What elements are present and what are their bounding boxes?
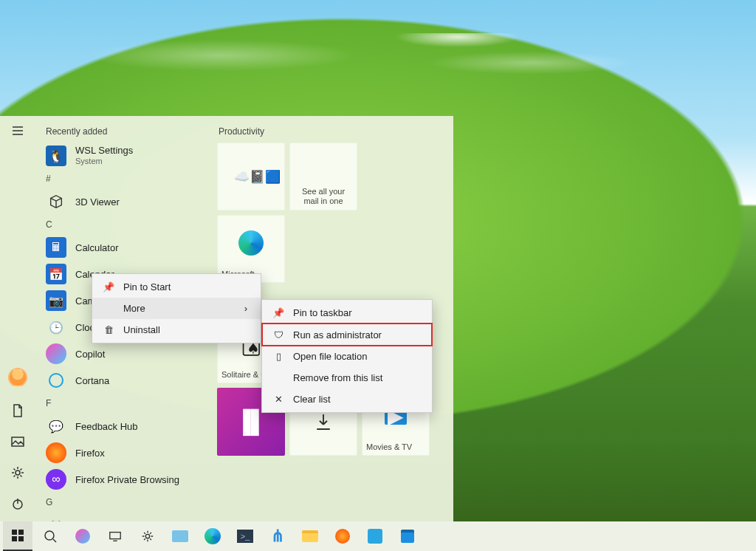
taskbar-copilot[interactable] xyxy=(68,521,97,551)
tile-mail[interactable]: See all your mail in one xyxy=(289,143,357,211)
ctx-remove-from-list[interactable]: Remove from this list xyxy=(262,367,432,389)
app-label: Firefox Private Browsing xyxy=(75,474,179,485)
taskbar-settings[interactable] xyxy=(133,521,162,551)
chevron-right-icon: › xyxy=(244,303,247,314)
power-icon[interactable] xyxy=(10,496,25,511)
letter-header-f[interactable]: F xyxy=(40,394,208,413)
app-copilot[interactable]: Copilot xyxy=(40,340,208,367)
app-3d-viewer[interactable]: 3D Viewer xyxy=(40,188,208,215)
ctx-more[interactable]: More › xyxy=(92,298,261,319)
taskbar-task-view[interactable] xyxy=(100,521,130,551)
tile-label: Movies & TV xyxy=(366,439,425,451)
tile-office-apps[interactable]: ☁️📓🟦 xyxy=(217,143,285,211)
app-cortana[interactable]: Cortana xyxy=(40,367,208,394)
svg-rect-5 xyxy=(12,536,17,541)
app-firefox-private[interactable]: ∞ Firefox Private Browsing xyxy=(40,466,208,493)
svg-rect-8 xyxy=(110,533,120,539)
trash-icon: 🗑 xyxy=(103,324,114,335)
folder-icon: ▯ xyxy=(272,351,284,362)
letter-header-hash[interactable]: # xyxy=(40,169,208,188)
app-sublabel: System xyxy=(75,157,133,166)
shield-icon: 🛡 xyxy=(272,329,284,340)
search-button[interactable] xyxy=(35,521,65,551)
taskbar-photos[interactable] xyxy=(360,521,390,551)
ctx-open-file-location[interactable]: ▯ Open file location xyxy=(262,346,432,367)
svg-rect-4 xyxy=(18,530,24,535)
svg-rect-0 xyxy=(12,437,24,446)
start-rail xyxy=(0,116,35,521)
svg-point-9 xyxy=(145,534,149,538)
svg-point-1 xyxy=(16,470,20,475)
app-game-bar[interactable]: 🎮 Game Bar xyxy=(40,512,208,521)
app-label: Copilot xyxy=(75,349,105,360)
svg-point-7 xyxy=(45,531,54,540)
pictures-icon[interactable] xyxy=(10,434,25,449)
documents-icon[interactable] xyxy=(10,403,25,418)
group-productivity[interactable]: Productivity xyxy=(217,123,443,143)
app-label: WSL Settings xyxy=(75,146,133,157)
close-icon: ✕ xyxy=(272,394,284,405)
app-label: 3D Viewer xyxy=(75,196,120,208)
taskbar: >_ ⋔ xyxy=(0,521,756,551)
svg-rect-6 xyxy=(18,536,24,541)
letter-header-c[interactable]: C xyxy=(40,215,208,234)
app-feedback-hub[interactable]: 💬 Feedback Hub xyxy=(40,413,208,439)
app-label: Feedback Hub xyxy=(75,421,138,432)
letter-header-g[interactable]: G xyxy=(40,493,208,512)
taskbar-edge[interactable] xyxy=(198,521,227,551)
taskbar-firefox[interactable] xyxy=(328,521,357,551)
ctx-pin-to-start[interactable]: 📌 Pin to Start xyxy=(92,276,261,298)
taskbar-vscode[interactable]: ⋔ xyxy=(263,521,292,551)
taskbar-terminal[interactable]: >_ xyxy=(230,521,260,551)
ctx-run-as-admin[interactable]: 🛡 Run as administrator xyxy=(262,324,432,346)
settings-gear-icon[interactable] xyxy=(10,465,25,480)
app-wsl-settings[interactable]: 🐧 WSL Settings System xyxy=(40,143,208,169)
ctx-clear-list[interactable]: ✕ Clear list xyxy=(262,389,432,410)
ctx-uninstall[interactable]: 🗑 Uninstall xyxy=(92,319,261,340)
app-label: Calculator xyxy=(75,242,119,253)
app-label: Firefox xyxy=(75,448,105,459)
pin-icon: 📌 xyxy=(272,307,284,318)
app-label: Cortana xyxy=(75,375,109,386)
context-menu-more: 📌 Pin to taskbar 🛡 Run as administrator … xyxy=(261,299,433,413)
start-button[interactable] xyxy=(3,521,32,551)
user-avatar[interactable] xyxy=(8,368,27,387)
pin-icon: 📌 xyxy=(103,281,114,292)
taskbar-store[interactable] xyxy=(393,521,422,551)
taskbar-explorer-alt[interactable] xyxy=(165,521,195,551)
ctx-pin-to-taskbar[interactable]: 📌 Pin to taskbar xyxy=(262,302,432,324)
app-calculator[interactable]: 🖩 Calculator xyxy=(40,234,208,261)
recently-added-header: Recently added xyxy=(40,123,208,143)
tile-label: See all your mail in one xyxy=(294,184,353,206)
hamburger-icon[interactable] xyxy=(10,123,25,138)
context-menu-app: 📌 Pin to Start More › 🗑 Uninstall xyxy=(92,273,261,343)
svg-rect-3 xyxy=(12,530,17,535)
taskbar-file-explorer[interactable] xyxy=(295,521,325,551)
app-firefox[interactable]: Firefox xyxy=(40,439,208,466)
